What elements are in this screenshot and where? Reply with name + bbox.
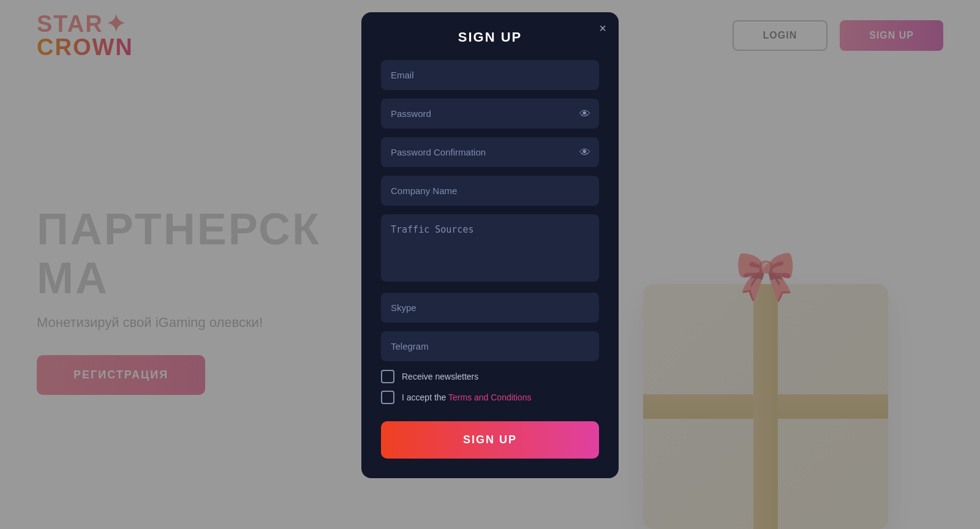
- terms-checkbox-row: I accept the Terms and Conditions: [381, 391, 599, 404]
- signup-modal: × SIGN UP 👁 👁: [361, 12, 619, 478]
- skype-input[interactable]: [381, 293, 599, 323]
- close-button[interactable]: ×: [599, 22, 606, 34]
- modal-title: SIGN UP: [381, 29, 599, 45]
- newsletter-label: Receive newsletters: [402, 372, 478, 381]
- skype-field-container: [381, 293, 599, 323]
- signup-modal-button[interactable]: SIGN UP: [381, 421, 599, 459]
- password-confirm-input[interactable]: [381, 137, 599, 167]
- password-input[interactable]: [381, 99, 599, 129]
- email-field-container: [381, 60, 599, 90]
- password-field-container: 👁: [381, 99, 599, 129]
- password-eye-icon[interactable]: 👁: [579, 107, 590, 120]
- telegram-field-container: [381, 331, 599, 361]
- traffic-field-container: [381, 214, 599, 284]
- newsletter-checkbox-row: Receive newsletters: [381, 370, 599, 383]
- company-input[interactable]: [381, 176, 599, 206]
- password-confirm-field-container: 👁: [381, 137, 599, 167]
- email-input[interactable]: [381, 60, 599, 90]
- modal-overlay: × SIGN UP 👁 👁: [0, 0, 980, 529]
- password-confirm-eye-icon[interactable]: 👁: [579, 146, 590, 159]
- terms-link[interactable]: Terms and Conditions: [448, 392, 531, 402]
- company-field-container: [381, 176, 599, 206]
- terms-checkbox[interactable]: [381, 391, 394, 404]
- newsletter-checkbox[interactable]: [381, 370, 394, 383]
- traffic-textarea[interactable]: [381, 214, 599, 282]
- telegram-input[interactable]: [381, 331, 599, 361]
- terms-label: I accept the Terms and Conditions: [402, 392, 531, 402]
